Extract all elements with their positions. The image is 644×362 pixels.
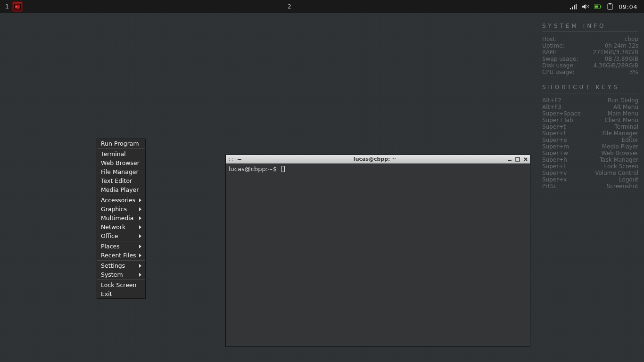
menu-item-label: Text Editor [101, 176, 132, 185]
svg-text:>_: >_ [16, 5, 19, 8]
menu-item-media-player[interactable]: Media Player [97, 185, 145, 194]
menu-item-label: Media Player [101, 185, 139, 194]
info-value: Task Manager [600, 156, 638, 163]
menu-item-label: Office [101, 231, 118, 240]
terminal-window: :: lucas@cbpp: ~ lucas@cbpp:~$ [225, 155, 530, 347]
info-key: Super+t [542, 123, 566, 130]
info-value: Run Dialog [608, 97, 638, 104]
info-key: Super+l [542, 163, 565, 170]
menu-item-settings[interactable]: Settings [97, 261, 145, 270]
shortcut-row: Super+tTerminal [542, 123, 638, 130]
info-value: 0B /3.89GiB [605, 56, 638, 62]
menu-item-places[interactable]: Places [97, 242, 145, 251]
info-value: Client Menu [604, 117, 638, 123]
info-value: 271MiB/3.76GiB [593, 49, 638, 56]
maximize-button[interactable] [514, 156, 521, 163]
menu-item-multimedia[interactable]: Multimedia [97, 214, 145, 222]
system-info-heading: SYSTEM INFO [542, 23, 638, 32]
system-info-row: Uptime:0h 24m 32s [542, 42, 638, 49]
battery-icon[interactable] [594, 3, 602, 10]
info-key: Uptime: [542, 42, 565, 49]
menu-item-network[interactable]: Network [97, 222, 145, 231]
menu-item-label: Settings [101, 261, 125, 270]
menu-item-graphics[interactable]: Graphics [97, 205, 145, 214]
taskbar-item-terminal[interactable]: >_ [12, 1, 23, 12]
terminal-body[interactable]: lucas@cbpp:~$ [226, 164, 530, 346]
info-value: Lock Screen [604, 163, 638, 170]
shortcut-row: Super+eEditor [542, 137, 638, 143]
shortcut-row: Super+fFile Manager [542, 130, 638, 137]
close-button[interactable] [522, 156, 529, 163]
shortcut-keys-heading: SHORTCUT KEYS [542, 84, 638, 93]
system-info-row: Disk usage:4.36GiB/289GiB [542, 62, 638, 69]
info-value: 0h 24m 32s [605, 42, 638, 49]
menu-item-text-editor[interactable]: Text Editor [97, 176, 145, 185]
shade-button[interactable] [236, 156, 243, 163]
system-info-overlay: SYSTEM INFO Host:cbppUptime:0h 24m 32sRA… [542, 23, 638, 189]
shortcut-row: Super+xLogout [542, 176, 638, 183]
svg-rect-3 [570, 8, 571, 9]
menu-item-run-program[interactable]: Run Program [97, 139, 145, 148]
info-key: Super+w [542, 150, 568, 156]
shortcut-row: Alt+F2Run Dialog [542, 97, 638, 104]
minimize-button[interactable] [506, 156, 513, 163]
root-context-menu: Run ProgramTerminalWeb BrowserFile Manag… [97, 139, 146, 299]
shortcut-row: Super+TabClient Menu [542, 117, 638, 123]
menu-item-lock-screen[interactable]: Lock Screen [97, 280, 145, 289]
menu-item-label: Accessories [101, 196, 135, 205]
info-key: Super+f [542, 130, 565, 137]
menu-item-terminal[interactable]: Terminal [97, 149, 145, 158]
system-info-row: CPU usage:3% [542, 69, 638, 75]
svg-rect-4 [572, 7, 573, 9]
terminal-prompt: lucas@cbpp:~$ [229, 165, 277, 173]
info-key: Alt+F3 [542, 104, 561, 110]
info-value: Editor [621, 137, 638, 143]
menu-item-web-browser[interactable]: Web Browser [97, 158, 145, 167]
terminal-title: lucas@cbpp: ~ [244, 156, 506, 162]
info-value: Screenshot [607, 183, 638, 189]
shortcut-row: Super+hTask Manager [542, 156, 638, 163]
menu-item-exit[interactable]: Exit [97, 289, 145, 298]
menu-item-label: Recent Files [101, 251, 136, 260]
info-key: Super+Space [542, 110, 581, 117]
menu-item-file-manager[interactable]: File Manager [97, 167, 145, 176]
workspace-2[interactable]: 2 [286, 0, 293, 13]
clipboard-icon[interactable] [606, 3, 614, 10]
info-key: PrtSc [542, 183, 557, 189]
clock[interactable]: 09:04 [619, 3, 637, 10]
svg-rect-13 [609, 3, 611, 5]
volume-muted-icon[interactable] [582, 3, 589, 10]
menu-item-label: File Manager [101, 167, 139, 176]
terminal-icon: >_ [14, 4, 21, 9]
menu-item-system[interactable]: System [97, 270, 145, 279]
system-info-row: RAM:271MiB/3.76GiB [542, 49, 638, 56]
system-tray: 09:04 [570, 3, 644, 10]
info-key: Host: [542, 36, 557, 42]
svg-rect-15 [508, 160, 512, 161]
menu-item-office[interactable]: Office [97, 231, 145, 240]
menu-item-accessories[interactable]: Accessories [97, 196, 145, 205]
info-value: Volume Control [595, 170, 638, 176]
workspace-1[interactable]: 1 [0, 0, 10, 13]
network-signal-icon[interactable] [570, 3, 577, 10]
svg-rect-12 [608, 4, 612, 9]
info-value: File Manager [603, 130, 639, 137]
terminal-titlebar[interactable]: :: lucas@cbpp: ~ [226, 155, 530, 164]
terminal-cursor [281, 166, 285, 172]
info-value: Main Menu [608, 110, 638, 117]
shortcut-row: Alt+F3Alt Menu [542, 104, 638, 110]
svg-rect-5 [574, 5, 575, 9]
menu-item-label: Multimedia [101, 214, 134, 222]
menu-item-recent-files[interactable]: Recent Files [97, 251, 145, 260]
shortcut-row: Super+vVolume Control [542, 170, 638, 176]
shortcut-row: Super+mMedia Player [542, 143, 638, 150]
info-value: Logout [619, 176, 638, 183]
window-grip-icon: :: [226, 156, 236, 162]
info-key: Super+e [542, 137, 567, 143]
menu-item-label: Web Browser [101, 158, 140, 167]
menu-item-label: Lock Screen [101, 280, 136, 289]
menu-item-label: Graphics [101, 205, 127, 214]
info-key: Super+h [542, 156, 567, 163]
shortcut-row: Super+SpaceMain Menu [542, 110, 638, 117]
info-key: Super+v [542, 170, 567, 176]
